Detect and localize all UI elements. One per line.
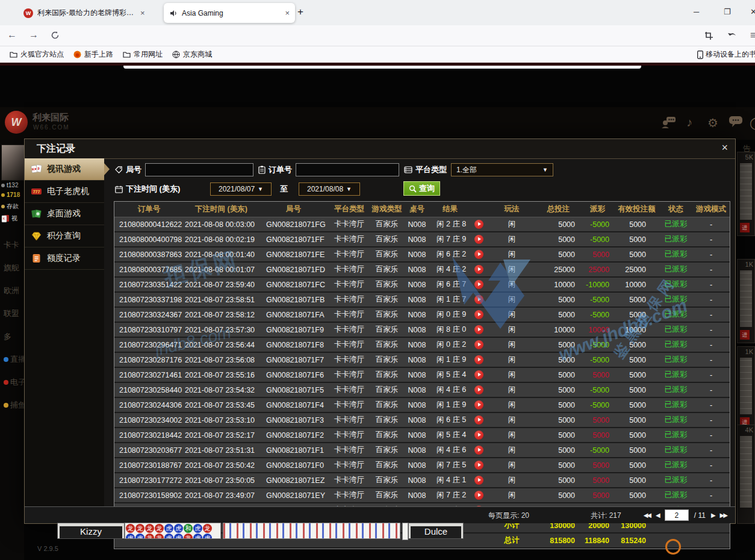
cell: 百家乐 — [370, 307, 403, 322]
tab-close-icon[interactable]: × — [285, 8, 290, 17]
bookmark-item-3[interactable]: 常用网址 — [123, 49, 163, 60]
round-number-input[interactable] — [145, 163, 253, 176]
play-video-button[interactable] — [474, 476, 483, 485]
cell — [470, 247, 488, 262]
cell: - — [692, 367, 730, 382]
game-panel-1K: 1K进 — [737, 259, 755, 343]
table-chip[interactable]: 进 — [740, 330, 750, 340]
sidebar-item-额度记录[interactable]: 额度记录 — [25, 247, 104, 270]
sidebar-item-label: 桌面游戏 — [47, 208, 81, 219]
play-video-button[interactable] — [474, 415, 483, 425]
screenshot-icon[interactable] — [704, 31, 713, 40]
cell: 已派彩 — [659, 443, 692, 458]
play-video-button[interactable] — [474, 400, 483, 409]
next-page-icon[interactable]: ▶ — [711, 512, 715, 518]
play-video-button[interactable] — [474, 325, 483, 334]
play-video-button[interactable] — [474, 250, 483, 259]
undo-arrow-icon[interactable] — [727, 31, 737, 40]
modal-close-icon[interactable]: × — [721, 142, 728, 154]
cell: - — [692, 412, 730, 428]
play-video-button[interactable] — [474, 431, 483, 440]
play-video-button[interactable] — [474, 385, 483, 394]
folder-icon — [10, 51, 17, 58]
chat-bubble-icon[interactable] — [729, 116, 743, 128]
prev-page-icon[interactable]: ◀ — [656, 512, 659, 518]
play-video-button[interactable] — [474, 355, 483, 364]
left-nav-item-直播[interactable]: 直播 — [4, 354, 24, 365]
reload-button[interactable] — [51, 31, 60, 40]
back-button[interactable]: ← — [7, 30, 17, 40]
cell: 5000 — [536, 352, 581, 367]
cell: N008 — [403, 232, 430, 247]
left-nav-item-捕鱼[interactable]: 捕鱼 — [4, 400, 24, 411]
settings-gear-icon[interactable]: ⚙ — [707, 116, 718, 130]
cell: 210807230188767 — [114, 458, 184, 473]
customer-service-icon[interactable] — [661, 116, 677, 129]
left-nav-item-多[interactable]: 多 — [4, 331, 11, 342]
play-video-button[interactable] — [474, 295, 483, 304]
bookmark-item-1[interactable]: 火狐官方站点 — [10, 49, 64, 60]
browser-tab-lilai[interactable]: W 利来国际-最给力的老牌博彩网站 × — [18, 3, 167, 23]
page-number-input[interactable] — [665, 509, 689, 521]
table-chip[interactable]: 进 — [740, 223, 750, 232]
play-video-button[interactable] — [474, 461, 483, 470]
last-page-icon[interactable]: ▶▶ — [720, 512, 727, 518]
new-tab-button[interactable]: + — [297, 6, 303, 18]
cell — [470, 382, 488, 397]
sidebar-item-电子老虎机[interactable]: 777电子老虎机 — [25, 181, 104, 203]
tab-close-icon[interactable]: × — [140, 8, 145, 17]
sidebar-item-积分查询[interactable]: 积分查询 — [25, 225, 104, 247]
site-logo[interactable]: W — [5, 111, 28, 134]
left-nav-item-电子[interactable]: 电子 — [4, 377, 24, 388]
cell: 卡卡湾厅 — [328, 307, 370, 322]
dealer-panel[interactable]: Dulce — [408, 523, 464, 539]
browser-nav-bar: ← → ≡ https://gci.w668818.com/agingame/p… — [0, 25, 755, 46]
date-from-picker[interactable]: 2021/08/07 ▼ — [210, 182, 272, 196]
play-video-button[interactable] — [474, 446, 483, 455]
video-games-item[interactable]: K视 — [1, 214, 17, 223]
play-video-button[interactable] — [474, 491, 483, 500]
cell: N008 — [403, 292, 430, 307]
cell: 已派彩 — [659, 292, 692, 307]
play-video-button[interactable] — [474, 280, 483, 289]
play-video-button[interactable] — [474, 265, 483, 274]
left-nav-item-旗舰[interactable]: 旗舰 — [4, 263, 19, 273]
bookmark-item-4[interactable]: 京东商城 — [172, 49, 212, 60]
cell: 卡卡湾厅 — [328, 397, 370, 412]
search-button[interactable]: 查询 — [403, 181, 440, 196]
play-video-button[interactable] — [474, 370, 483, 379]
play-video-button[interactable] — [474, 340, 483, 349]
left-nav-item-卡卡[interactable]: 卡卡 — [4, 240, 19, 250]
cell: 5000 — [536, 382, 581, 397]
first-page-icon[interactable]: ◀◀ — [644, 512, 650, 518]
mobile-bookmarks[interactable]: 移动设备上的书签 — [697, 49, 755, 60]
minimize-button[interactable]: ─ — [694, 7, 699, 16]
date-to-picker[interactable]: 2021/08/08 ▼ — [299, 182, 360, 196]
menu-icon[interactable]: ≡ — [750, 30, 755, 42]
left-nav-item-欧洲[interactable]: 欧洲 — [4, 285, 19, 296]
avatar[interactable] — [1, 145, 24, 181]
platform-type-select[interactable]: 1.全部 ▼ — [451, 163, 553, 176]
game-panel-1K: 1K进 — [737, 346, 755, 431]
music-icon[interactable]: ♪ — [686, 116, 692, 129]
dealer-panel[interactable]: Kizzy — [57, 523, 125, 539]
sidebar-item-视讯游戏[interactable]: 9K♥视讯游戏 — [25, 158, 104, 181]
browser-tab-asia-gaming[interactable]: Asia Gaming × — [164, 3, 295, 23]
deposit-button[interactable]: 存款 — [1, 202, 19, 211]
bookmark-item-2[interactable]: 新手上路 — [73, 49, 113, 60]
power-icon[interactable]: ◯ — [750, 116, 755, 130]
left-nav-item-联盟[interactable]: 联盟 — [4, 308, 19, 319]
order-number-input[interactable] — [296, 163, 399, 176]
sidebar-item-桌面游戏[interactable]: 桌面游戏 — [25, 203, 104, 225]
forward-button[interactable]: → — [29, 30, 39, 40]
table-row: 2108072302871762021-08-07 23:56:08GN0082… — [114, 352, 730, 367]
cell: 2021-08-07 23:56:08 — [184, 352, 259, 367]
cell: - — [692, 382, 730, 397]
close-window-button[interactable]: ✕ — [750, 7, 755, 16]
play-video-button[interactable] — [474, 220, 483, 229]
maximize-button[interactable]: ❐ — [724, 7, 731, 16]
play-video-button[interactable] — [474, 310, 483, 319]
cell: 2021-08-07 23:57:30 — [184, 322, 259, 337]
play-video-button[interactable] — [474, 235, 483, 244]
speaker-icon[interactable] — [169, 9, 178, 17]
